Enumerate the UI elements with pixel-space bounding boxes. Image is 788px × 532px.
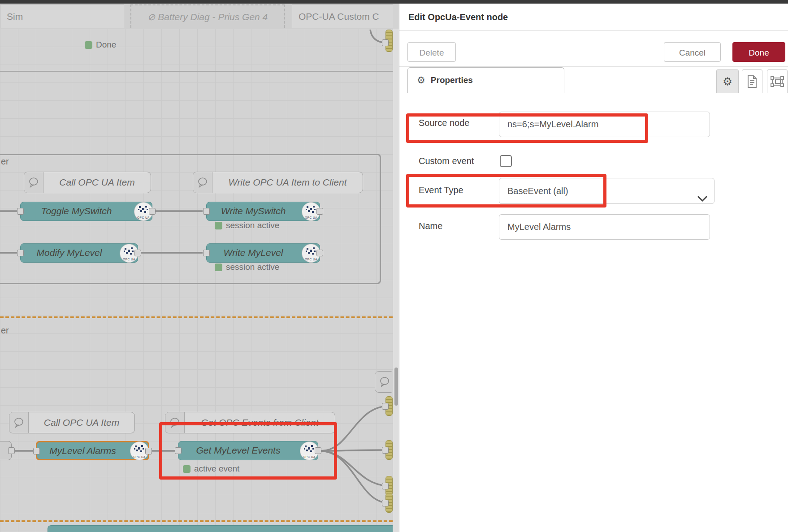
comment-bubble-icon: [24, 172, 43, 193]
chevron-down-icon: [697, 187, 708, 212]
badge-text: OPC UA: [302, 216, 320, 219]
status-text: Done: [96, 40, 116, 50]
comment-node-clipped[interactable]: [375, 371, 393, 393]
comment-node-call-opcua-item[interactable]: Call OPC UA Item: [24, 172, 151, 193]
comment-bubble-icon: [193, 172, 212, 193]
divider: [399, 30, 788, 31]
status-text: session active: [226, 262, 279, 272]
done-button[interactable]: Done: [732, 42, 785, 62]
custom-event-checkbox[interactable]: [500, 155, 512, 167]
node-clipped-bottom[interactable]: [48, 525, 393, 532]
input-port[interactable]: [203, 250, 210, 256]
status-dot-icon: [85, 41, 92, 49]
node-mylevel-alarms-selected[interactable]: MyLevel Alarms OPC UA: [36, 441, 149, 460]
node-write-mylevel[interactable]: Write MyLevel OPC UA: [206, 243, 320, 263]
tab-label: OPC-UA Custom C: [292, 5, 393, 28]
upper-group-label: er: [1, 156, 9, 167]
node-status-session-active: session active: [215, 221, 279, 230]
status-dot-icon: [215, 222, 222, 229]
cancel-button[interactable]: Cancel: [664, 42, 721, 62]
output-port[interactable]: [316, 250, 323, 256]
output-port[interactable]: [134, 250, 141, 256]
badge-text: OPC UA: [130, 455, 148, 458]
edge-port[interactable]: [382, 447, 389, 454]
node-write-myswitch[interactable]: Write MySwitch OPC UA: [206, 202, 320, 221]
workspace-tab-battery-diag[interactable]: ⊘ Battery Diag - Prius Gen 4: [130, 4, 285, 28]
status-text: session active: [226, 221, 279, 230]
name-label: Name: [419, 221, 442, 231]
custom-event-label: Custom event: [419, 156, 474, 166]
divider: [399, 66, 788, 67]
appearance-icon: [771, 75, 784, 88]
input-port[interactable]: [33, 448, 40, 454]
badge-text: OPC UA: [302, 258, 320, 261]
comment-label: Call OPC UA Item: [43, 172, 151, 193]
edit-node-panel: Edit OpcUa-Event node Delete Cancel Done…: [399, 4, 788, 532]
edge-port[interactable]: [382, 500, 389, 506]
tab-label: Properties: [431, 75, 473, 85]
tab-node-properties-gear-icon[interactable]: ⚙︎: [716, 69, 739, 93]
panel-title: Edit OpcUa-Event node: [408, 4, 508, 30]
canvas-scrollbar-track[interactable]: [393, 29, 399, 532]
node-label: Modify MyLevel: [21, 244, 118, 262]
node-label: Write MyLevel: [207, 244, 300, 262]
output-port[interactable]: [316, 208, 323, 215]
tab-description-icon[interactable]: [742, 69, 762, 93]
node-modify-mylevel[interactable]: Modify MyLevel OPC UA: [20, 243, 138, 263]
node-clipped-left[interactable]: [0, 441, 12, 460]
workspace-tab-sim[interactable]: Sim: [0, 4, 124, 28]
output-port[interactable]: [145, 448, 152, 454]
canvas-scrollbar-handle[interactable]: [394, 368, 398, 406]
node-label: MyLevel Alarms: [37, 442, 128, 459]
node-label: Toggle MySwitch: [21, 202, 132, 221]
edge-port[interactable]: [382, 403, 389, 410]
comment-label: Call OPC UA Item: [29, 412, 134, 433]
edge-port[interactable]: [382, 39, 389, 46]
gear-icon: ⚙︎: [723, 75, 732, 88]
app-header-bar: [0, 0, 788, 4]
node-status-session-active: session active: [215, 262, 279, 272]
annotation-box-event-type: [406, 174, 606, 208]
input-port[interactable]: [17, 208, 24, 215]
comment-bubble-icon: [375, 372, 393, 392]
name-input[interactable]: MyLevel Alarms: [499, 214, 710, 240]
comment-node-call-opcua-item-2[interactable]: Call OPC UA Item: [9, 412, 135, 433]
comment-bubble-icon: [9, 412, 29, 433]
badge-text: OPC UA: [120, 258, 138, 261]
tab-label: ⊘ Battery Diag - Prius Gen 4: [131, 5, 284, 29]
comment-node-write-opcua-item[interactable]: Write OPC UA Item to Client: [193, 172, 363, 193]
output-port[interactable]: [8, 447, 15, 454]
output-port[interactable]: [149, 208, 156, 215]
delete-button[interactable]: Delete: [407, 42, 456, 62]
node-status-done: Done: [85, 40, 116, 50]
annotation-box-source-node: [406, 113, 648, 143]
flow-canvas[interactable]: Done er Call OPC UA Item: [0, 29, 393, 532]
comment-label: Write OPC UA Item to Client: [212, 172, 363, 193]
tab-appearance-icon[interactable]: [767, 69, 788, 93]
edge-port[interactable]: [382, 483, 389, 489]
gear-icon: ⚙︎: [417, 75, 425, 86]
annotation-box-get-events: [159, 422, 337, 480]
dashed-group-border-top: [0, 316, 393, 318]
status-dot-icon: [215, 264, 222, 271]
group-border-line: [0, 71, 393, 72]
node-red-editor: Sim ⊘ Battery Diag - Prius Gen 4 OPC-UA …: [0, 0, 788, 532]
tab-label: Sim: [0, 5, 124, 28]
node-label: Write MySwitch: [207, 202, 300, 221]
document-icon: [746, 75, 758, 88]
workspace-tab-opcua-custom[interactable]: OPC-UA Custom C: [292, 4, 393, 28]
node-toggle-myswitch[interactable]: Toggle MySwitch OPC UA: [20, 202, 152, 221]
dashed-group-border-bottom: [0, 520, 393, 522]
tab-properties[interactable]: ⚙︎ Properties: [407, 67, 564, 93]
badge-text: OPC UA: [134, 216, 152, 219]
input-port[interactable]: [203, 208, 210, 215]
input-port[interactable]: [17, 250, 24, 256]
lower-group-label: er: [1, 325, 9, 336]
workspace-tabbar: Sim ⊘ Battery Diag - Prius Gen 4 OPC-UA …: [0, 4, 393, 29]
